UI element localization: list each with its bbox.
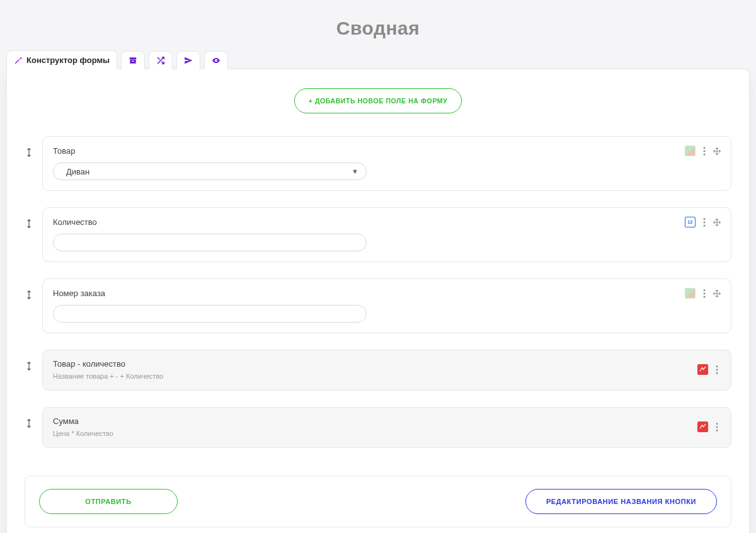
field-label: Товар - количество <box>53 359 163 369</box>
tab-constructor-label: Конструктор формы <box>26 55 110 65</box>
tab-archive[interactable] <box>121 51 145 69</box>
field-card-quantity: Количество 12 <box>42 207 731 262</box>
field-row-product-quantity: Товар - количество Название товара + - +… <box>25 350 731 391</box>
submit-button[interactable]: ОТПРАВИТЬ <box>39 489 178 514</box>
field-label: Товар <box>53 146 75 156</box>
integer-type-icon: 12 <box>685 217 696 227</box>
svg-point-8 <box>704 295 706 297</box>
drag-handle-icon[interactable] <box>25 136 33 191</box>
add-field-button[interactable]: + ДОБАВИТЬ НОВОЕ ПОЛЕ НА ФОРМУ <box>294 88 462 113</box>
svg-point-3 <box>704 218 706 220</box>
field-row-product: Товар Диван ▼ <box>25 136 731 191</box>
field-label: Количество <box>53 217 97 227</box>
drag-handle-icon[interactable] <box>25 350 33 391</box>
eye-icon <box>212 56 220 65</box>
tab-send[interactable] <box>176 51 200 69</box>
drag-handle-icon[interactable] <box>25 407 33 448</box>
svg-point-2 <box>704 153 706 155</box>
svg-point-10 <box>716 369 718 370</box>
svg-point-5 <box>704 224 706 226</box>
svg-point-9 <box>716 365 718 367</box>
archive-icon <box>129 56 137 65</box>
move-icon[interactable] <box>713 289 721 298</box>
svg-point-11 <box>716 372 718 374</box>
svg-point-12 <box>716 423 718 425</box>
field-formula: Цена * Количество <box>53 430 113 437</box>
kebab-icon[interactable] <box>701 289 708 298</box>
drag-handle-icon[interactable] <box>25 278 33 333</box>
svg-point-1 <box>704 150 706 152</box>
kebab-icon[interactable] <box>701 147 708 156</box>
svg-point-14 <box>716 429 718 431</box>
field-formula: Название товара + - + Количество <box>53 372 163 380</box>
formula-type-icon <box>697 421 708 432</box>
shuffle-icon <box>156 56 165 65</box>
product-select-value: Диван <box>66 167 89 176</box>
tab-constructor[interactable]: Конструктор формы <box>6 50 117 69</box>
svg-point-13 <box>716 426 718 428</box>
field-row-order-number: Номер заказа <box>25 278 731 333</box>
edit-button-name-button[interactable]: РЕДАКТИРОВАНИЕ НАЗВАНИЯ КНОПКИ <box>525 489 717 514</box>
kebab-icon[interactable] <box>701 218 708 227</box>
field-card-sum: Сумма Цена * Количество <box>42 407 731 448</box>
field-label: Сумма <box>53 416 113 426</box>
move-icon[interactable] <box>713 147 721 156</box>
drag-handle-icon[interactable] <box>25 207 33 262</box>
product-select[interactable]: Диван ▼ <box>53 163 367 180</box>
catalog-type-icon <box>685 288 696 299</box>
tabs-row: Конструктор формы <box>0 50 756 69</box>
svg-point-4 <box>704 221 706 223</box>
field-card-product-quantity: Товар - количество Название товара + - +… <box>42 350 731 391</box>
tab-shuffle[interactable] <box>149 51 173 69</box>
constructor-panel: + ДОБАВИТЬ НОВОЕ ПОЛЕ НА ФОРМУ Товар <box>6 69 750 533</box>
kebab-icon[interactable] <box>713 423 721 432</box>
move-icon[interactable] <box>713 218 721 227</box>
send-icon <box>184 56 193 65</box>
field-card-product: Товар Диван ▼ <box>42 136 731 191</box>
field-row-sum: Сумма Цена * Количество <box>25 407 731 448</box>
formula-type-icon <box>697 364 708 375</box>
page-title: Сводная <box>0 0 756 50</box>
field-card-order-number: Номер заказа <box>42 278 731 333</box>
wrench-icon <box>14 56 23 65</box>
chevron-down-icon: ▼ <box>352 168 358 175</box>
catalog-type-icon <box>685 146 696 156</box>
svg-point-0 <box>704 147 706 149</box>
svg-point-6 <box>704 289 706 291</box>
field-row-quantity: Количество 12 <box>25 207 731 262</box>
tab-preview[interactable] <box>204 51 228 69</box>
svg-point-7 <box>704 292 706 294</box>
quantity-input[interactable] <box>53 234 367 251</box>
order-number-input[interactable] <box>53 305 367 323</box>
field-label: Номер заказа <box>53 289 105 298</box>
footer-actions: ОТПРАВИТЬ РЕДАКТИРОВАНИЕ НАЗВАНИЯ КНОПКИ <box>25 476 731 527</box>
kebab-icon[interactable] <box>713 365 721 374</box>
